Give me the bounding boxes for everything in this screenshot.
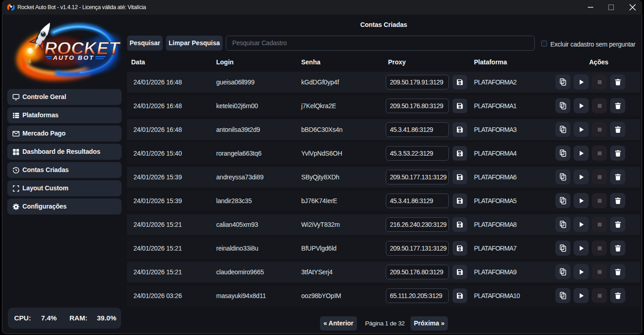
svg-text:AUTO BOT: AUTO BOT	[53, 54, 94, 61]
